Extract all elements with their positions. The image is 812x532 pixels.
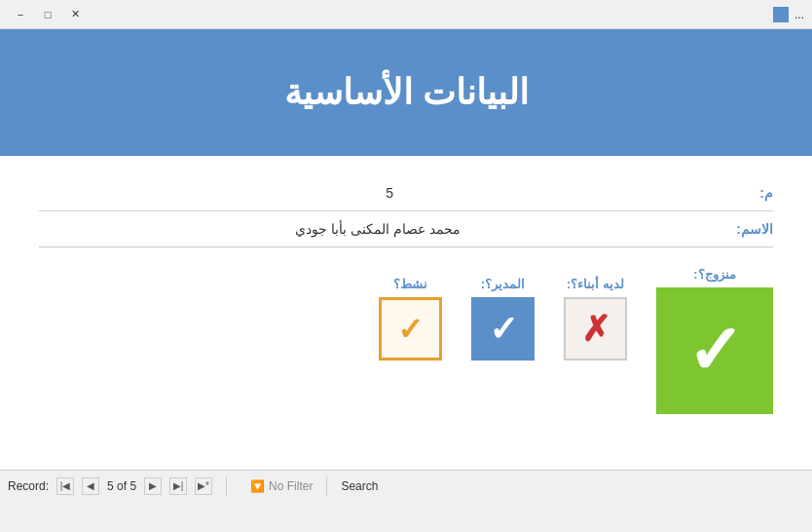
title-bar-text: ... — [794, 8, 804, 21]
page-title: البيانات الأساسية — [284, 72, 529, 113]
divider-1 — [226, 476, 227, 496]
nav-prev-button[interactable]: ◀ — [82, 477, 99, 495]
married-checkbox[interactable]: ✓ — [656, 287, 773, 414]
status-bar: Record: |◀ ◀ 5 of 5 ▶ ▶| ▶* 🔽 No Filter — [0, 470, 812, 501]
children-label: لديه أبناء؟: — [567, 277, 624, 291]
record-label: Record: — [8, 479, 49, 493]
id-value: 5 — [39, 185, 740, 201]
manager-checkbox[interactable]: ✓ — [471, 297, 535, 361]
id-label: م: — [759, 185, 773, 201]
manager-checkmark: ✓ — [489, 309, 518, 350]
maximize-button[interactable]: □ — [35, 5, 60, 24]
name-label: الاسم: — [736, 221, 773, 237]
filter-text: No Filter — [269, 479, 313, 493]
active-label: نشط؟ — [393, 277, 427, 291]
app-icon — [773, 7, 789, 22]
header-banner: البيانات الأساسية — [0, 29, 812, 156]
nav-first-button[interactable]: |◀ — [56, 477, 74, 495]
name-value: محمد عصام المكنى بأبا جودي — [39, 221, 717, 237]
filter-icon: 🔽 — [250, 479, 265, 493]
id-row: م: 5 — [39, 175, 773, 211]
title-bar-controls: − □ ✕ — [8, 5, 88, 24]
married-checkmark: ✓ — [686, 317, 744, 385]
search-input[interactable] — [341, 479, 458, 493]
name-row: الاسم: محمد عصام المكنى بأبا جودي — [39, 211, 773, 247]
filter-section: 🔽 No Filter — [250, 479, 313, 493]
minimize-button[interactable]: − — [8, 5, 33, 24]
nav-next-button[interactable]: ▶ — [144, 477, 162, 495]
manager-group: المدير؟: ✓ — [471, 277, 535, 361]
record-count: 5 of 5 — [107, 479, 136, 493]
active-checkmark: ✓ — [397, 311, 424, 348]
title-bar: ... − □ ✕ — [0, 0, 812, 29]
nav-last-button[interactable]: ▶| — [169, 477, 187, 495]
active-checkbox[interactable]: ✓ — [379, 297, 442, 361]
married-group: منزوج؟: ✓ — [656, 267, 773, 414]
close-button[interactable]: ✕ — [62, 5, 88, 24]
children-group: لديه أبناء؟: ✗ — [564, 277, 627, 361]
children-checkbox[interactable]: ✗ — [564, 297, 627, 361]
active-group: نشط؟ ✓ — [379, 277, 442, 361]
divider-2 — [326, 476, 327, 496]
married-label: منزوج؟: — [693, 267, 735, 282]
nav-new-button[interactable]: ▶* — [195, 477, 212, 495]
checkboxes-section: منزوج؟: ✓ لديه أبناء؟: ✗ المدير؟: ✓ — [39, 267, 773, 414]
title-bar-left: ... — [773, 7, 804, 22]
content-area: م: 5 الاسم: محمد عصام المكنى بأبا جودي م… — [0, 156, 812, 501]
manager-label: المدير؟: — [481, 277, 525, 291]
main-content: م: 5 الاسم: محمد عصام المكنى بأبا جودي م… — [0, 156, 812, 501]
children-checkmark: ✗ — [581, 309, 610, 350]
